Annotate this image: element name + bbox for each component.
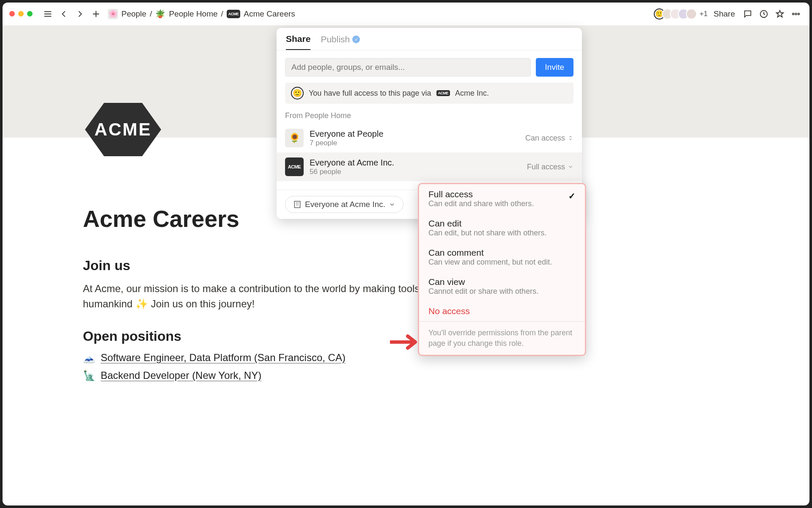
role-option-no-access[interactable]: No access [419, 301, 585, 321]
invite-input[interactable] [285, 58, 531, 77]
menu-icon[interactable] [41, 7, 55, 21]
updates-icon[interactable] [757, 7, 771, 21]
tab-publish[interactable]: Publish✓ [321, 34, 360, 50]
verified-icon: ✓ [352, 36, 360, 43]
chevron-down-icon [389, 201, 395, 208]
role-option-full-access[interactable]: Full accessCan edit and share with other… [419, 184, 585, 213]
presence-overflow[interactable]: +1 [700, 10, 708, 18]
share-tabs: Share Publish✓ [277, 28, 582, 50]
avatar: 🙂 [291, 87, 304, 99]
new-page-icon[interactable] [89, 7, 103, 21]
inherited-from-label: From People Home [285, 111, 573, 120]
share-button[interactable]: Share [713, 9, 735, 19]
building-icon [293, 200, 302, 209]
plant-icon: 🪴 [155, 9, 165, 19]
org-chip[interactable]: Everyone at Acme Inc. [285, 196, 403, 213]
fullscreen-window-icon[interactable] [27, 11, 33, 17]
role-option-can-view[interactable]: Can viewCannot edit or share with others… [419, 272, 585, 301]
breadcrumb-seg[interactable]: People [121, 9, 146, 19]
acme-badge-icon: ACME [285, 157, 304, 176]
svg-point-2 [795, 13, 797, 15]
breadcrumb: 🌸 People / 🪴 People Home / ACME Acme Car… [108, 9, 295, 19]
role-menu: Full accessCan edit and share with other… [418, 183, 586, 356]
presence-avatars[interactable]: 🙂 +1 [657, 8, 708, 19]
breadcrumb-seg[interactable]: Acme Careers [244, 9, 295, 19]
back-icon[interactable] [57, 7, 71, 21]
chevron-down-icon [568, 164, 573, 170]
role-option-can-comment[interactable]: Can commentCan view and comment, but not… [419, 243, 585, 272]
comments-icon[interactable] [741, 7, 754, 21]
position-link[interactable]: Software Engineer, Data Platform (San Fr… [101, 352, 346, 364]
permission-level[interactable]: Can access [525, 134, 573, 143]
statue-icon: 🗽 [83, 370, 96, 381]
avatar [686, 8, 697, 19]
check-icon: ✓ [568, 191, 576, 201]
tab-share[interactable]: Share [286, 34, 310, 50]
role-option-can-edit[interactable]: Can editCan edit, but not share with oth… [419, 213, 585, 243]
topbar: 🌸 People / 🪴 People Home / ACME Acme Car… [3, 3, 809, 25]
permission-row[interactable]: ACME Everyone at Acme Inc. 56 people Ful… [277, 152, 582, 181]
permission-level[interactable]: Full access [527, 163, 573, 171]
acme-badge-icon: ACME [227, 10, 241, 18]
breadcrumb-seg[interactable]: People Home [169, 9, 217, 19]
page-icon[interactable]: ACME [85, 100, 161, 159]
callout-arrow-icon [390, 333, 420, 353]
position-link[interactable]: Backend Developer (New York, NY) [101, 370, 261, 381]
svg-point-1 [793, 13, 794, 15]
minimize-window-icon[interactable] [18, 11, 24, 17]
acme-badge-icon: ACME [436, 90, 450, 96]
flower-icon: 🌻 [285, 129, 304, 147]
app-window: 🌸 People / 🪴 People Home / ACME Acme Car… [3, 3, 809, 505]
forward-icon[interactable] [73, 7, 87, 21]
access-note: 🙂 You have full access to this page via … [285, 83, 573, 104]
svg-rect-4 [294, 202, 300, 208]
section-heading: Join us [83, 258, 729, 273]
role-menu-footer: You'll override permissions from the par… [419, 321, 585, 355]
favorite-icon[interactable] [773, 7, 787, 21]
list-item: 🗻 Software Engineer, Data Platform (San … [83, 352, 729, 364]
updown-icon [568, 135, 573, 141]
close-window-icon[interactable] [9, 11, 15, 17]
invite-button[interactable]: Invite [536, 58, 573, 77]
permission-row[interactable]: 🌻 Everyone at People 7 people Can access [285, 124, 573, 152]
list-item: 🗽 Backend Developer (New York, NY) [83, 370, 729, 381]
window-controls [9, 11, 33, 17]
svg-point-3 [798, 13, 800, 15]
workspace-icon: 🌸 [108, 9, 118, 19]
mountain-icon: 🗻 [83, 352, 96, 364]
more-icon[interactable] [789, 7, 803, 21]
